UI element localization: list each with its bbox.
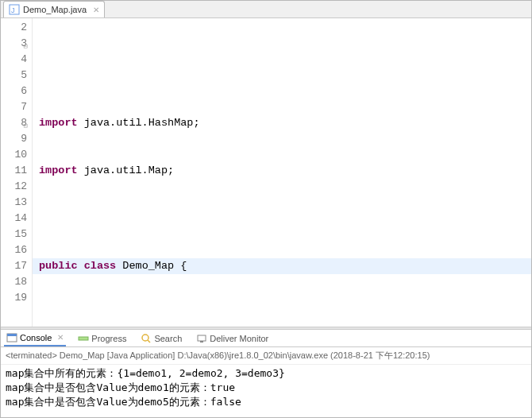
line-number-gutter: 2 3⊟ 4 5 6 7 8⊟ 9 10 11 12 13 14 15 16 1… xyxy=(1,18,33,327)
tab-search[interactable]: Search xyxy=(138,331,184,346)
svg-rect-7 xyxy=(198,335,206,341)
tab-progress[interactable]: Progress xyxy=(75,331,129,346)
tab-demo-map[interactable]: J Demo_Map.java ✕ xyxy=(3,1,105,17)
svg-line-6 xyxy=(148,340,150,343)
console-line: map集合中是否包含Value为demo1的元素：true xyxy=(6,381,526,395)
progress-icon xyxy=(78,333,89,344)
svg-rect-4 xyxy=(79,337,88,340)
tab-search-label: Search xyxy=(154,334,182,343)
svg-text:J: J xyxy=(11,6,15,14)
bottom-panel: Console ✕ Progress Search Deliver Monito… xyxy=(1,330,531,417)
tab-console[interactable]: Console ✕ xyxy=(4,331,66,346)
tab-console-label: Console xyxy=(20,333,52,343)
console-icon xyxy=(6,332,17,343)
close-icon[interactable]: ✕ xyxy=(57,333,64,342)
console-header: <terminated> Demo_Map [Java Application]… xyxy=(1,347,531,365)
search-icon xyxy=(141,333,152,344)
console-line: map集合中所有的元素：{1=demo1, 2=demo2, 3=demo3} xyxy=(6,366,526,381)
tab-deliver-label: Deliver Monitor xyxy=(210,334,268,343)
svg-rect-3 xyxy=(7,334,17,336)
monitor-icon xyxy=(196,333,207,344)
editor-area: 2 3⊟ 4 5 6 7 8⊟ 9 10 11 12 13 14 15 16 1… xyxy=(1,18,531,327)
close-icon[interactable]: ✕ xyxy=(93,6,99,14)
bottom-tabs-bar: Console ✕ Progress Search Deliver Monito… xyxy=(1,330,531,347)
svg-rect-8 xyxy=(200,341,203,343)
tab-deliver-monitor[interactable]: Deliver Monitor xyxy=(194,331,271,346)
code-editor[interactable]: import java.util.HashMap; import java.ut… xyxy=(33,18,531,327)
tab-label: Demo_Map.java xyxy=(23,5,87,14)
console-output[interactable]: map集合中所有的元素：{1=demo1, 2=demo2, 3=demo3} … xyxy=(1,365,531,417)
editor-tabs-bar: J Demo_Map.java ✕ xyxy=(1,1,531,18)
java-file-icon: J xyxy=(9,4,20,15)
console-line: map集合中是否包含Value为demo5的元素：false xyxy=(6,395,526,409)
svg-point-5 xyxy=(142,335,148,341)
tab-progress-label: Progress xyxy=(91,334,126,343)
